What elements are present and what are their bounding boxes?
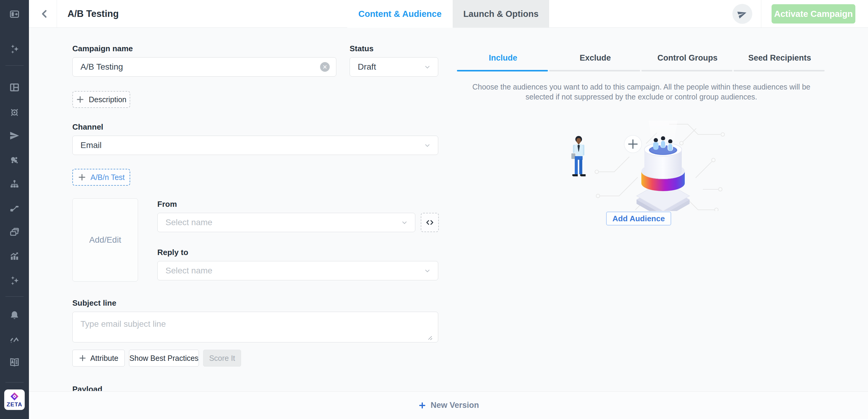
subject-line-input[interactable] [72, 312, 438, 342]
notifications-icon[interactable] [7, 308, 22, 323]
paper-plane-icon [737, 9, 747, 19]
sidebar-divider [5, 382, 24, 383]
activate-campaign-button[interactable]: Activate Campaign [772, 4, 855, 24]
reply-to-select[interactable]: Select name [157, 261, 438, 280]
add-attribute-label: Attribute [90, 354, 118, 363]
channel-select[interactable]: Email [72, 136, 438, 155]
audience-tab-include[interactable]: Include [457, 51, 549, 64]
add-attribute-button[interactable]: Attribute [72, 350, 125, 366]
chevron-down-icon [424, 141, 431, 149]
status-label: Status [350, 44, 373, 53]
score-it-label: Score It [209, 354, 235, 363]
from-placeholder: Select name [158, 218, 213, 227]
reply-to-label: Reply to [157, 248, 188, 257]
chevron-left-icon [39, 8, 50, 20]
zeta-logo[interactable]: ZETA [4, 389, 25, 410]
status-select[interactable]: Draft [350, 57, 438, 77]
campaign-name-label: Campaign name [72, 44, 133, 53]
zeta-logo-text: ZETA [7, 401, 22, 408]
personalization-code-button[interactable] [421, 213, 439, 232]
hierarchy-icon[interactable] [7, 177, 22, 192]
subject-line-label: Subject line [72, 298, 116, 308]
back-button[interactable] [38, 7, 51, 21]
campaign-editor-screen: ZETA A/B Testing Content & Audience Laun… [0, 0, 868, 419]
audience-illustration [567, 121, 735, 211]
header-divider [57, 0, 57, 27]
audience-tab-control-groups[interactable]: Control Groups [641, 51, 734, 64]
chevron-down-icon [424, 267, 431, 275]
zeta-diamond-icon [10, 392, 19, 401]
plus-icon [78, 173, 86, 181]
performance-icon[interactable] [7, 332, 22, 347]
tab-underline [641, 70, 733, 71]
glossary-icon[interactable] [7, 355, 22, 369]
tab-underline-active [457, 70, 548, 71]
add-description-button[interactable]: Description [72, 91, 130, 108]
header: A/B Testing Content & Audience Launch & … [29, 0, 868, 28]
add-audience-plus-icon[interactable] [624, 136, 642, 153]
person-figure [571, 136, 586, 176]
reply-to-placeholder: Select name [158, 266, 213, 275]
show-best-practices-label: Show Best Practices [129, 354, 198, 363]
campaign-name-input[interactable]: A/B Testing [72, 57, 336, 77]
clear-campaign-name-icon[interactable]: ✕ [320, 62, 330, 72]
new-version-bar[interactable]: New Version [29, 391, 868, 419]
add-edit-creative-button[interactable]: Add/Edit [72, 198, 138, 281]
templates-icon[interactable] [7, 225, 22, 239]
ai-assistant-icon[interactable] [7, 273, 22, 288]
plus-icon [76, 95, 84, 104]
tab-launch-options[interactable]: Launch & Options [453, 0, 549, 28]
send-test-button[interactable] [733, 4, 752, 24]
status-value: Draft [350, 62, 376, 72]
audience-tab-seed-recipients[interactable]: Seed Recipients [734, 51, 826, 64]
header-tabs: Content & Audience Launch & Options [347, 0, 549, 28]
sidebar: ZETA [0, 0, 29, 419]
tab-content-audience[interactable]: Content & Audience [347, 0, 453, 28]
audiences-icon[interactable] [7, 153, 22, 167]
plus-icon [79, 354, 87, 362]
sidebar-toggle-icon[interactable] [7, 7, 22, 21]
code-icon [425, 218, 434, 227]
from-label: From [157, 200, 177, 209]
audience-description-text: Choose the audiences you want to add to … [470, 82, 813, 102]
from-select[interactable]: Select name [157, 213, 415, 232]
boards-icon[interactable] [7, 80, 22, 95]
ai-sparkles-icon[interactable] [7, 42, 22, 56]
payload-section-clipped: Payload [72, 385, 163, 391]
add-abn-test-button[interactable]: A/B/n Test [72, 169, 130, 186]
tab-underline [549, 70, 640, 71]
campaigns-icon[interactable] [7, 128, 22, 143]
plus-icon [418, 401, 427, 410]
add-abn-test-label: A/B/n Test [90, 173, 125, 182]
payload-label: Payload [72, 385, 163, 391]
sidebar-divider [5, 65, 24, 66]
new-version-label: New Version [431, 400, 479, 410]
analytics-icon[interactable] [7, 249, 22, 263]
show-best-practices-button[interactable]: Show Best Practices [129, 350, 199, 366]
page-title: A/B Testing [67, 0, 119, 28]
chevron-down-icon [401, 218, 408, 227]
header-divider [761, 0, 761, 27]
add-edit-label: Add/Edit [89, 235, 121, 245]
channel-label: Channel [72, 122, 103, 132]
journeys-icon[interactable] [7, 201, 22, 215]
chevron-down-icon [424, 63, 431, 71]
channel-value: Email [73, 141, 101, 150]
audience-tab-exclude[interactable]: Exclude [549, 51, 641, 64]
tab-underline [734, 70, 825, 71]
score-it-button[interactable]: Score It [203, 350, 241, 366]
sidebar-divider [5, 296, 24, 297]
campaign-name-value: A/B Testing [73, 62, 123, 72]
add-description-label: Description [89, 95, 126, 104]
goals-icon[interactable] [7, 105, 22, 120]
add-audience-button[interactable]: Add Audience [606, 212, 671, 226]
